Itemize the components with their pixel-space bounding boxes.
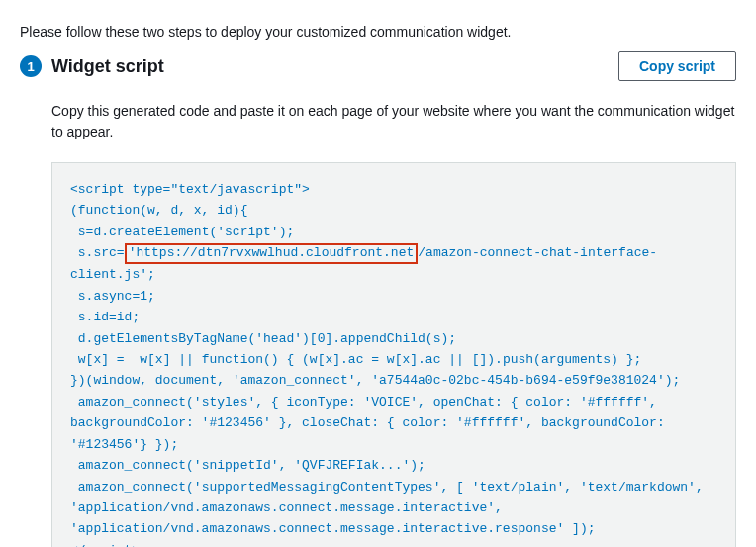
code-snippet-box: <script type="text/javascript"> (functio… [51, 162, 736, 547]
step-number-badge: 1 [20, 55, 42, 77]
code-line: </script> [70, 543, 140, 547]
header-left: 1 Widget script [20, 55, 164, 77]
section-description: Copy this generated code and paste it on… [51, 101, 736, 142]
code-line: amazon_connect('supportedMessagingConten… [70, 480, 711, 537]
code-line: amazon_connect('snippetId', 'QVFJREFIak.… [70, 458, 425, 473]
section-header: 1 Widget script Copy script [20, 51, 736, 81]
copy-script-button[interactable]: Copy script [618, 51, 736, 81]
code-line: })(window, document, 'amazon_connect', '… [70, 373, 680, 388]
code-line: (function(w, d, x, id){ [70, 203, 247, 218]
code-line: amazon_connect('styles', { iconType: 'VO… [70, 395, 673, 452]
code-line: d.getElementsByTagName('head')[0].append… [70, 331, 456, 346]
code-line: <script type="text/javascript"> [70, 182, 310, 197]
section-title: Widget script [51, 56, 164, 77]
intro-text: Please follow these two steps to deploy … [20, 24, 736, 40]
code-line: w[x] = w[x] || function() { (w[x].ac = w… [70, 352, 641, 367]
code-line: s.id=id; [70, 310, 140, 324]
code-line: s.src= [70, 245, 125, 260]
code-line: s.async=1; [70, 289, 155, 304]
highlighted-url: 'https://dtn7rvxwwlhud.cloudfront.net [125, 243, 419, 264]
code-line: s=d.createElement('script'); [70, 225, 294, 239]
